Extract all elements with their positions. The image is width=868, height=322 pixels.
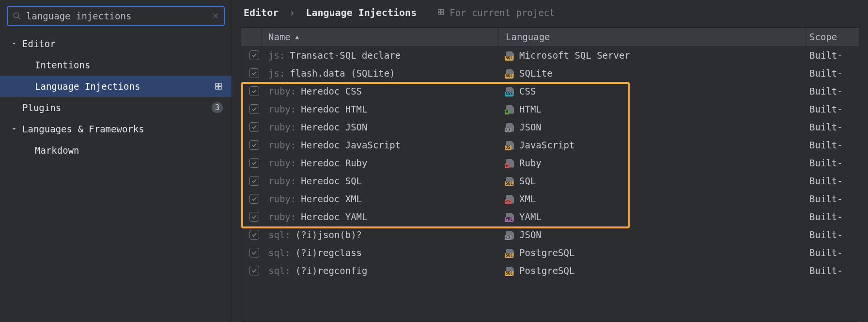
count-badge: 3 — [212, 102, 223, 113]
checkbox-checked-icon[interactable] — [249, 230, 259, 240]
filetype-icon: SQL — [506, 176, 514, 186]
sidebar-item-label: Intentions — [35, 60, 90, 70]
sidebar-item-label: Markdown — [35, 145, 79, 156]
scope-hint: For current project — [437, 7, 555, 18]
checkbox-checked-icon[interactable] — [249, 266, 259, 275]
checkbox-checked-icon[interactable] — [249, 122, 259, 132]
row-name-cell: sql:(?i)regconfig — [262, 265, 499, 276]
sidebar-item-languages-frameworks[interactable]: Languages & Frameworks — [0, 118, 232, 140]
sidebar-item-label: Editor — [22, 38, 56, 49]
table-row[interactable]: sql:(?i)json(b)?{}JSONBuilt- — [241, 225, 859, 243]
row-checkbox-cell — [241, 248, 262, 258]
row-checkbox-cell — [241, 50, 262, 60]
checkbox-checked-icon[interactable] — [249, 194, 259, 204]
row-name-cell: sql:(?i)json(b)? — [262, 229, 499, 240]
checkbox-checked-icon[interactable] — [249, 248, 259, 258]
checkbox-checked-icon[interactable] — [249, 158, 259, 168]
checkbox-checked-icon[interactable] — [249, 104, 259, 114]
row-name-cell: ruby:Heredoc SQL — [262, 176, 499, 186]
row-name: Transact-SQL declare — [290, 50, 401, 61]
scope-hint-label: For current project — [450, 7, 555, 18]
table-row[interactable]: ruby:Heredoc JSON{}JSONBuilt- — [241, 118, 859, 136]
row-name-cell: sql:(?i)regclass — [262, 247, 499, 258]
header-name[interactable]: Name ▲ — [262, 28, 499, 46]
checkbox-checked-icon[interactable] — [249, 212, 259, 222]
filetype-icon: SQL — [506, 50, 514, 60]
row-language-cell: CSSCSS — [499, 86, 806, 97]
svg-rect-7 — [219, 87, 221, 89]
row-prefix: ruby: — [268, 158, 296, 168]
filetype-icon: SQL — [506, 68, 514, 78]
row-language: SQL — [519, 176, 536, 186]
search-box[interactable] — [7, 6, 225, 26]
breadcrumb-separator: › — [289, 7, 295, 18]
row-language-cell: HHTML — [499, 104, 806, 114]
table-row[interactable]: sql:(?i)regconfigSQLPostgreSQLBuilt- — [241, 261, 859, 279]
sidebar-item-plugins[interactable]: Plugins 3 — [0, 97, 232, 118]
plugins-badge: 3 — [212, 102, 223, 113]
project-scope-icon — [437, 7, 445, 18]
sidebar-item-intentions[interactable]: Intentions — [0, 54, 232, 76]
row-scope-cell: Built- — [806, 86, 859, 97]
row-name: Heredoc SQL — [301, 176, 362, 186]
row-name-cell: ruby:Heredoc Ruby — [262, 158, 499, 168]
row-language-cell: <>XML — [499, 193, 806, 204]
row-prefix: js: — [268, 68, 285, 79]
checkbox-checked-icon[interactable] — [249, 140, 259, 150]
clear-search-icon[interactable] — [212, 13, 219, 19]
table-row[interactable]: ruby:Heredoc CSSCSSCSSBuilt- — [241, 82, 859, 100]
row-prefix: ruby: — [268, 176, 296, 186]
filetype-icon: {} — [506, 122, 514, 132]
breadcrumb-bar: Editor › Language Injections For current… — [232, 0, 868, 27]
breadcrumb-current: Language Injections — [306, 7, 417, 18]
table-row[interactable]: sql:(?i)regclassSQLPostgreSQLBuilt- — [241, 243, 859, 261]
svg-rect-4 — [216, 83, 218, 86]
checkbox-checked-icon[interactable] — [249, 86, 259, 96]
row-name-cell: ruby:Heredoc YAML — [262, 211, 499, 222]
svg-rect-9 — [441, 10, 444, 12]
table-row[interactable]: js:flash.data (SQLite)SQLSQLiteBuilt- — [241, 64, 859, 82]
sidebar-item-editor[interactable]: Editor — [0, 33, 232, 54]
filetype-icon: YML — [506, 212, 514, 222]
row-name: Heredoc CSS — [301, 86, 362, 97]
row-language-cell: JSJavaScript — [499, 140, 806, 150]
checkbox-checked-icon[interactable] — [249, 68, 259, 78]
chevron-down-icon — [11, 126, 19, 132]
checkbox-checked-icon[interactable] — [249, 176, 259, 186]
row-name: Heredoc YAML — [301, 211, 367, 222]
row-scope-cell: Built- — [806, 158, 859, 168]
row-checkbox-cell — [241, 194, 262, 204]
row-prefix: ruby: — [268, 140, 296, 150]
header-name-label: Name — [268, 32, 291, 42]
table-row[interactable]: ruby:Heredoc YAMLYMLYAMLBuilt- — [241, 208, 859, 225]
row-name: Heredoc JavaScript — [301, 140, 401, 150]
row-prefix: ruby: — [268, 86, 296, 97]
row-scope-cell: Built- — [806, 68, 859, 79]
sidebar-item-markdown[interactable]: Markdown — [0, 140, 232, 161]
table-row[interactable]: ruby:Heredoc HTMLHHTMLBuilt- — [241, 100, 859, 118]
table-row[interactable]: ruby:Heredoc JavaScriptJSJavaScriptBuilt… — [241, 136, 859, 154]
search-input[interactable] — [26, 11, 212, 21]
row-checkbox-cell — [241, 104, 262, 114]
row-language-cell: SQLSQL — [499, 176, 806, 186]
table-row[interactable]: ruby:Heredoc Ruby◆RubyBuilt- — [241, 154, 859, 172]
row-language: CSS — [519, 86, 536, 97]
table-row[interactable]: ruby:Heredoc XML<>XMLBuilt- — [241, 190, 859, 208]
filetype-icon: JS — [506, 140, 514, 150]
table-row[interactable]: ruby:Heredoc SQLSQLSQLBuilt- — [241, 172, 859, 190]
header-scope[interactable]: Scope — [806, 28, 859, 46]
table-row[interactable]: js:Transact-SQL declareSQLMicrosoft SQL … — [241, 46, 859, 64]
main-panel: Editor › Language Injections For current… — [232, 0, 868, 322]
row-language: HTML — [519, 104, 542, 114]
checkbox-checked-icon[interactable] — [249, 50, 259, 60]
header-language[interactable]: Language — [499, 28, 806, 46]
row-prefix: js: — [268, 50, 285, 61]
row-language-cell: SQLPostgreSQL — [499, 247, 806, 258]
breadcrumb-parent[interactable]: Editor — [244, 7, 279, 18]
row-scope-cell: Built- — [806, 211, 859, 222]
row-prefix: ruby: — [268, 104, 296, 114]
header-check[interactable] — [241, 28, 262, 46]
row-scope-cell: Built- — [806, 104, 859, 114]
svg-rect-5 — [219, 83, 221, 86]
sidebar-item-language-injections[interactable]: Language Injections — [0, 76, 232, 97]
